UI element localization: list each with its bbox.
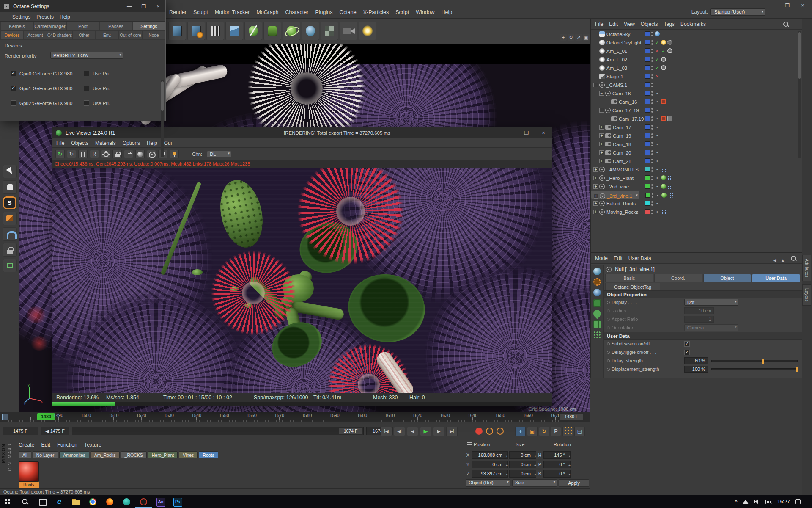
ruler-label-1610[interactable]: 1610 (377, 413, 403, 418)
object-name[interactable]: Cam_17 (613, 125, 631, 130)
om-menu-4[interactable]: Tags (664, 19, 675, 30)
ruler-label-1510[interactable]: 1510 (101, 413, 126, 418)
ruler-label-1650[interactable]: 1650 (488, 413, 513, 418)
anim-dot-icon[interactable] (607, 351, 610, 354)
expander-icon[interactable]: − (593, 83, 598, 87)
dot-mark-icon[interactable]: • (655, 89, 660, 97)
file-explorer-icon[interactable] (68, 495, 85, 508)
gpu-enable-checkbox[interactable] (11, 86, 16, 91)
autokey-position-button[interactable] (486, 428, 493, 435)
notification-center-icon[interactable] (795, 499, 801, 504)
layer-button-5[interactable]: Hero_Plant (148, 451, 178, 458)
expander-icon[interactable]: + (593, 210, 598, 214)
minimize-button[interactable]: — (501, 127, 518, 138)
visibility-dots-icon[interactable] (651, 201, 653, 206)
search-icon[interactable] (17, 495, 34, 508)
network-icon[interactable] (743, 500, 749, 504)
menu-bars-icon[interactable] (467, 442, 472, 446)
octane-subtab-4[interactable]: Env. (96, 31, 119, 40)
layer-button-7[interactable]: Roots (199, 451, 218, 458)
refresh-icon[interactable]: ↻ (67, 150, 76, 158)
search-icon[interactable] (782, 21, 789, 28)
lock-tool-icon[interactable] (3, 243, 17, 257)
history-back-icon[interactable]: ◀ (773, 255, 780, 262)
go-to-end-button[interactable]: ▶| (446, 427, 458, 436)
om-menu-1[interactable]: Edit (609, 19, 618, 30)
ruler-label-1560[interactable]: 1560 (239, 413, 264, 418)
object-name[interactable]: Cam_18 (613, 142, 631, 147)
object-row[interactable]: OctaneDayLight✓ (591, 38, 802, 47)
layer-color-chip[interactable] (645, 31, 650, 36)
paint-tool-icon[interactable] (3, 212, 17, 225)
object-row[interactable]: +Cam_18• (591, 140, 802, 148)
previous-key-button[interactable]: ◀| (394, 427, 405, 436)
object-name[interactable]: Cam_21 (613, 159, 631, 164)
object-name[interactable]: Am_L_02 (606, 57, 627, 62)
octane-tab-4[interactable]: Settings (132, 22, 165, 31)
use-priority-checkbox[interactable] (84, 71, 89, 76)
layer-color-chip[interactable] (645, 116, 650, 121)
octane-live-select-icon[interactable]: S (3, 196, 17, 210)
autokey-parameter-button[interactable] (497, 428, 504, 435)
zoom-icon[interactable]: ↗ (575, 34, 582, 41)
octane-tab-3[interactable]: Passes (99, 22, 132, 31)
maximize-button[interactable]: ❒ (137, 0, 151, 12)
gpu-enable-checkbox[interactable] (11, 100, 16, 106)
firefox-icon[interactable] (102, 495, 118, 508)
parameter-keys-button[interactable]: P (551, 427, 561, 436)
cube-icon[interactable] (225, 22, 243, 40)
check-mark-icon[interactable]: ✓ (655, 64, 660, 72)
tray-chevron-icon[interactable]: ^ (735, 499, 738, 505)
slider-track[interactable] (711, 360, 798, 362)
coordinate-mode-select[interactable]: Object (Rel) (466, 479, 510, 487)
gear-icon[interactable] (593, 278, 601, 286)
attr-menu-1[interactable]: Edit (614, 253, 623, 264)
dot-mark-icon[interactable]: • (655, 191, 660, 199)
octane-subtab-0[interactable]: Devices (0, 31, 24, 40)
maximize-button[interactable]: ❒ (780, 1, 795, 10)
material-thumbnail-roots[interactable] (19, 461, 39, 482)
object-row[interactable]: −Cam_16• (591, 89, 802, 97)
point-level-keys-button[interactable] (562, 427, 573, 436)
edge-icon[interactable]: e (51, 495, 68, 508)
render-view-icon[interactable] (168, 22, 186, 40)
layer-color-chip[interactable] (645, 74, 650, 79)
grid-icon[interactable] (593, 299, 601, 307)
sync-icon[interactable]: ↻ (55, 150, 65, 158)
visibility-dots-icon[interactable] (651, 158, 653, 164)
close-button[interactable]: × (535, 127, 552, 138)
layer-button-0[interactable]: All (19, 451, 31, 458)
compass-icon[interactable] (593, 289, 601, 296)
mat-menu-3[interactable]: Texture (84, 442, 102, 448)
expander-icon[interactable]: − (599, 91, 604, 96)
use-priority-checkbox[interactable] (84, 100, 89, 106)
object-row[interactable]: +Cam_20• (591, 148, 802, 157)
layer-color-chip[interactable] (645, 124, 650, 130)
workplane-tool-icon[interactable] (3, 259, 17, 272)
layer-color-chip[interactable] (645, 193, 650, 198)
object-name[interactable]: _Hero_Plant (606, 176, 634, 181)
object-name[interactable]: Am_L_01 (606, 49, 627, 54)
go-to-start-button[interactable]: |◀ (381, 427, 392, 436)
frame-display-field[interactable]: 1480 F (559, 413, 584, 420)
ruler-label-1620[interactable]: 1620 (405, 413, 430, 418)
touch-keyboard-icon[interactable] (765, 500, 772, 504)
dot-mark-icon[interactable]: • (655, 165, 660, 174)
anim-dot-icon[interactable] (607, 309, 610, 312)
layer-button-4[interactable]: _ROCKS (121, 451, 147, 458)
lock-icon[interactable] (112, 150, 122, 158)
user-data-checkbox[interactable] (684, 350, 690, 355)
object-name[interactable]: Am_L_03 (606, 66, 627, 71)
attr-tab-2[interactable]: Object (703, 274, 752, 282)
ruler-label-1570[interactable]: 1570 (266, 413, 292, 418)
atom-icon[interactable] (283, 22, 300, 40)
x-mark-icon[interactable]: × (655, 72, 660, 80)
object-name[interactable]: Cam_16 (619, 99, 637, 105)
ruler-label-1600[interactable]: 1600 (349, 413, 375, 418)
lv-menu-5[interactable]: Gui (164, 138, 172, 148)
om-menu-5[interactable]: Bookmarks (680, 19, 706, 30)
tab-octane-objecttag[interactable]: Octane ObjectTag (605, 283, 660, 290)
sphere-tag[interactable] (661, 193, 667, 198)
dot-mark-icon[interactable]: • (655, 199, 660, 207)
property-select[interactable]: Dot (684, 299, 738, 306)
